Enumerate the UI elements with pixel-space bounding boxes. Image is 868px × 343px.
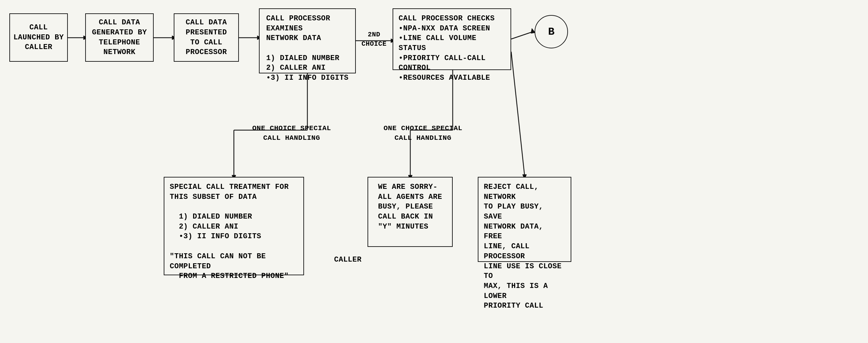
reject-call-box: REJECT CALL, NETWORKTO PLAY BUSY, SAVENE… xyxy=(478,177,571,262)
flowchart-diagram: CALL LAUNCHED BY CALLER CALL DATAGENERAT… xyxy=(0,0,868,343)
call-data-generated-box: CALL DATAGENERATED BYTELEPHONENETWORK xyxy=(85,13,154,62)
caller-label: CALLER xyxy=(334,255,362,265)
call-processor-checks-box: CALL PROCESSOR CHECKS•NPA-NXX DATA SCREE… xyxy=(393,8,511,70)
call-processor-examines-box: CALL PROCESSOREXAMINESNETWORK DATA1) DIA… xyxy=(259,8,356,73)
sorry-agents-box: WE ARE SORRY-ALL AGENTS AREBUSY, PLEASEC… xyxy=(368,177,453,247)
call-launched-box: CALL LAUNCHED BY CALLER xyxy=(9,13,68,62)
special-call-treatment-box: SPECIAL CALL TREATMENT FORTHIS SUBSET OF… xyxy=(164,177,304,275)
one-choice-left-label: ONE CHOICE SPECIALCALL HANDLING xyxy=(252,124,331,143)
one-choice-right-label: ONE CHOICE SPECIALCALL HANDLING xyxy=(383,124,462,143)
second-choice-label: 2NDCHOICE xyxy=(362,30,386,49)
circle-b: B xyxy=(534,15,568,48)
svg-line-8 xyxy=(511,32,533,39)
svg-line-18 xyxy=(511,52,525,175)
call-data-presented-box: CALL DATAPRESENTEDTO CALLPROCESSOR xyxy=(174,13,239,62)
